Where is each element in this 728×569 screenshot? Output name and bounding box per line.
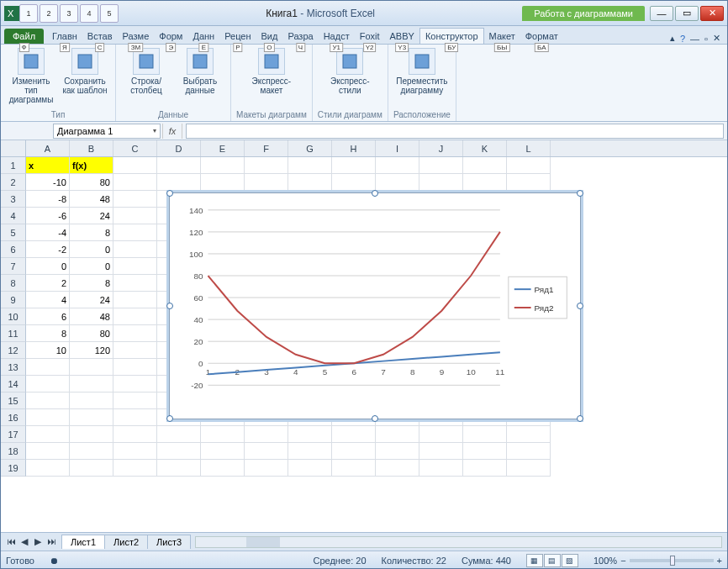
column-header[interactable]: B	[70, 140, 113, 156]
cell[interactable]	[113, 292, 157, 308]
cell[interactable]	[419, 157, 463, 174]
zoom-level[interactable]: 100%	[593, 556, 617, 566]
chart-handle[interactable]	[577, 415, 583, 422]
row-header[interactable]: 19	[1, 460, 26, 477]
cell[interactable]	[376, 460, 419, 477]
cell[interactable]	[70, 393, 113, 409]
doc-minimize-icon[interactable]: —	[690, 34, 699, 44]
cell[interactable]	[332, 443, 376, 460]
chart-handle[interactable]	[577, 190, 583, 197]
row-header[interactable]: 3	[1, 191, 26, 208]
worksheet-grid[interactable]: ABCDEFGHIJKL 1xf(x)2-10803-8484-6245-486…	[1, 140, 727, 532]
tab-Вид[interactable]: ВидО	[256, 29, 283, 44]
minimize-ribbon-icon[interactable]: ▴	[670, 33, 675, 44]
sheet-nav-next[interactable]: ▶	[31, 536, 45, 547]
cell[interactable]	[26, 443, 70, 460]
cell[interactable]	[245, 460, 288, 477]
ribbon-button[interactable]: Изменить тип диаграммы	[6, 48, 56, 104]
ribbon-button[interactable]: Экспресс-макет	[246, 48, 297, 95]
tab-Надст[interactable]: НадстУ1	[319, 29, 355, 44]
cell[interactable]	[70, 460, 113, 477]
formula-input[interactable]	[186, 124, 724, 139]
cell[interactable]: 6	[26, 308, 70, 325]
cell[interactable]: f(x)	[70, 157, 113, 174]
row-header[interactable]: 17	[1, 426, 26, 443]
cell[interactable]	[70, 376, 113, 393]
chart-handle[interactable]	[166, 415, 173, 422]
macro-record-icon[interactable]: ⏺	[50, 556, 59, 566]
ribbon-button[interactable]: Переместить диаграмму	[397, 48, 447, 95]
cell[interactable]	[419, 174, 463, 191]
cell[interactable]	[376, 426, 419, 443]
column-header[interactable]: K	[463, 140, 507, 156]
column-header[interactable]: J	[419, 140, 463, 156]
embedded-chart[interactable]: -200204060801001201401234567891011Ряд1Ря…	[169, 192, 581, 419]
qat-item[interactable]: 1	[19, 4, 38, 23]
cell[interactable]: 24	[70, 208, 113, 224]
cell[interactable]	[376, 174, 419, 191]
row-header[interactable]: 12	[1, 342, 26, 359]
cell[interactable]	[113, 409, 157, 426]
cell[interactable]	[463, 443, 507, 460]
ribbon-button[interactable]: Строка/столбец	[121, 48, 171, 95]
cell[interactable]: 2	[26, 275, 70, 292]
chart-handle[interactable]	[372, 190, 378, 197]
cell[interactable]: 80	[70, 174, 113, 191]
cell[interactable]	[507, 426, 551, 443]
tab-layout[interactable]: МакетБЫ	[484, 29, 520, 44]
cell[interactable]	[113, 308, 157, 325]
row-header[interactable]: 18	[1, 443, 26, 460]
cell[interactable]	[245, 174, 288, 191]
cell[interactable]	[245, 157, 288, 174]
row-header[interactable]: 16	[1, 409, 26, 426]
tab-Разме[interactable]: РазмеЗМ	[118, 29, 155, 44]
chart-handle[interactable]	[372, 415, 378, 422]
cell[interactable]	[419, 426, 463, 443]
cell[interactable]	[113, 342, 157, 359]
row-header[interactable]: 5	[1, 224, 26, 241]
chart-handle[interactable]	[577, 303, 583, 309]
cell[interactable]	[157, 426, 201, 443]
cell[interactable]	[245, 443, 288, 460]
ribbon-button[interactable]: Выбрать данные	[175, 48, 225, 95]
cell[interactable]: x	[26, 157, 70, 174]
cell[interactable]	[113, 275, 157, 292]
sheet-tab[interactable]: Лист1	[61, 535, 105, 549]
ribbon-button[interactable]: Экспресс-стили	[324, 48, 375, 95]
cell[interactable]	[113, 325, 157, 342]
sheet-tab[interactable]: Лист3	[147, 535, 191, 549]
row-header[interactable]: 8	[1, 275, 26, 292]
row-header[interactable]: 9	[1, 292, 26, 308]
cell[interactable]	[70, 359, 113, 376]
cell[interactable]	[157, 174, 201, 191]
cell[interactable]	[419, 443, 463, 460]
cell[interactable]: 0	[70, 258, 113, 275]
row-header[interactable]: 15	[1, 393, 26, 409]
column-header[interactable]: E	[201, 140, 245, 156]
qat-item[interactable]: 2	[40, 4, 58, 23]
cell[interactable]	[26, 393, 70, 409]
view-pagelayout-icon[interactable]: ▤	[544, 554, 561, 567]
cell[interactable]	[288, 443, 332, 460]
qat-item[interactable]: 5	[100, 4, 119, 23]
minimize-button[interactable]: —	[650, 6, 673, 21]
cell[interactable]	[288, 174, 332, 191]
tab-file[interactable]: ФайлФ	[4, 29, 44, 44]
cell[interactable]	[113, 208, 157, 224]
column-header[interactable]: C	[113, 140, 157, 156]
tab-Данн[interactable]: ДаннЁ	[187, 29, 219, 44]
chart-handle[interactable]	[166, 190, 173, 197]
cell[interactable]	[507, 443, 551, 460]
cell[interactable]: -6	[26, 208, 70, 224]
cell[interactable]	[288, 157, 332, 174]
fx-icon[interactable]: fx	[162, 124, 182, 139]
cell[interactable]	[113, 174, 157, 191]
cell[interactable]	[113, 443, 157, 460]
view-pagebreak-icon[interactable]: ▧	[562, 554, 578, 567]
cell[interactable]: 120	[70, 342, 113, 359]
cell[interactable]: 48	[70, 308, 113, 325]
row-header[interactable]: 13	[1, 359, 26, 376]
qat-item[interactable]: 3	[60, 4, 78, 23]
row-header[interactable]: 11	[1, 325, 26, 342]
row-header[interactable]: 7	[1, 258, 26, 275]
